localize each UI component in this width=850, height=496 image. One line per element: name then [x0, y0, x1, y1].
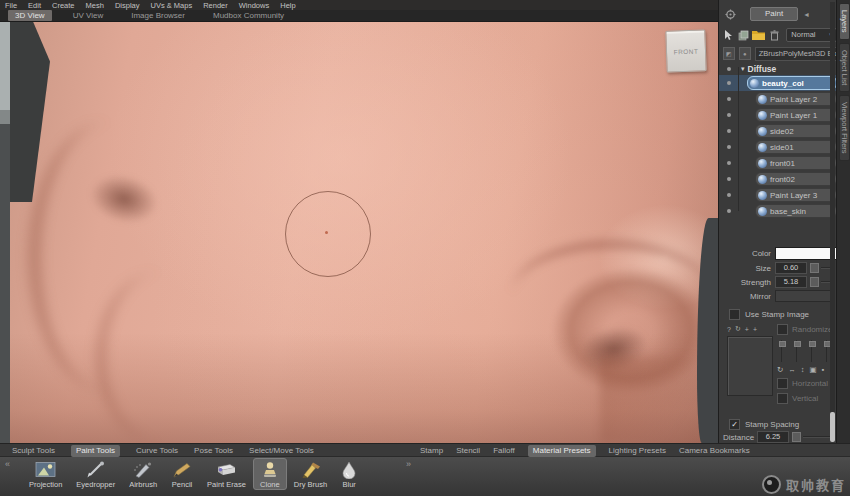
object-lock-icon[interactable]: ◩ [723, 47, 735, 60]
tool-projection[interactable]: Projection [22, 458, 69, 489]
tray-tab-camera-bookmarks[interactable]: Camera Bookmarks [679, 445, 750, 457]
channel-tab-paint[interactable]: Paint [750, 7, 798, 21]
horizontal-checkbox[interactable] [777, 378, 788, 389]
tool-eyedropper[interactable]: Eyedropper [69, 458, 122, 489]
layer-row-paint-layer-3[interactable]: Paint Layer 3 [719, 187, 837, 203]
menu-edit[interactable]: Edit [28, 1, 41, 10]
layer-visibility-dot[interactable] [727, 209, 731, 213]
menu-file[interactable]: File [5, 1, 17, 10]
layer-chip-side01[interactable]: side01 [755, 140, 837, 154]
stamp-slider[interactable] [779, 340, 784, 362]
layer-row-paint-layer-2[interactable]: Paint Layer 2 [719, 91, 837, 107]
tray-tab-select-move-tools[interactable]: Select/Move Tools [249, 445, 314, 457]
menu-mesh[interactable]: Mesh [86, 1, 104, 10]
tray-tab-pose-tools[interactable]: Pose Tools [194, 445, 233, 457]
tray-tab-falloff[interactable]: Falloff [493, 445, 515, 457]
tab-mudbox-community[interactable]: Mudbox Community [206, 10, 291, 21]
tray-tab-curve-tools[interactable]: Curve Tools [136, 445, 178, 457]
stamp-slider[interactable] [824, 340, 829, 362]
menu-create[interactable]: Create [52, 1, 75, 10]
pointer-icon[interactable] [722, 29, 734, 41]
side-tab-layers[interactable]: Layers [839, 3, 850, 40]
layer-visibility-dot[interactable] [727, 129, 731, 133]
distance-input[interactable]: 6.25 [757, 431, 789, 443]
layer-chip-beauty-col[interactable]: beauty_col [747, 76, 837, 90]
panel-scrollbar[interactable] [830, 2, 835, 442]
layer-visibility-dot[interactable] [727, 161, 731, 165]
tool-paint-erase[interactable]: Paint Erase [200, 458, 253, 489]
channel-prev-icon[interactable]: ◄ [803, 11, 810, 18]
duplicate-layer-icon[interactable] [737, 29, 749, 41]
stamp-slider[interactable] [809, 340, 814, 362]
distance-slider[interactable] [792, 432, 801, 442]
layer-group-label[interactable]: Diffuse [748, 64, 777, 74]
side-tab-object-list[interactable]: Object List [839, 43, 850, 92]
frame-icon[interactable]: ▣ [810, 365, 817, 374]
layer-chip-side02[interactable]: side02 [755, 124, 837, 138]
layer-row-side02[interactable]: side02 [719, 123, 837, 139]
tray-tab-stamp[interactable]: Stamp [420, 445, 443, 457]
flip-vertical-icon[interactable]: ↕ [801, 365, 805, 374]
vertical-checkbox[interactable] [777, 393, 788, 404]
strength-slider[interactable] [810, 277, 819, 287]
tab-uv-view[interactable]: UV View [66, 10, 111, 21]
size-input[interactable]: 0.60 [775, 262, 807, 274]
layer-chip-base-skin[interactable]: base_skin [755, 204, 837, 218]
tool-dry-brush[interactable]: Dry Brush [287, 458, 334, 489]
use-stamp-checkbox[interactable] [729, 309, 740, 320]
menu-help[interactable]: Help [280, 1, 295, 10]
tool-clone[interactable]: Clone [253, 458, 287, 490]
tab-3d-view[interactable]: 3D View [8, 10, 52, 21]
layer-row-beauty-col[interactable]: beauty_col [719, 75, 837, 91]
layer-row-base-skin[interactable]: base_skin [719, 203, 837, 219]
view-cube[interactable]: FRONT [665, 29, 706, 72]
layer-visibility-dot[interactable] [727, 145, 731, 149]
object-visibility-icon[interactable]: ● [739, 47, 751, 60]
tray-tab-paint-tools[interactable]: Paint Tools [71, 445, 120, 457]
tool-airbrush[interactable]: Airbrush [122, 458, 164, 489]
rotate-icon[interactable]: ↻ [777, 365, 783, 374]
menu-display[interactable]: Display [115, 1, 140, 10]
visibility-dot[interactable] [727, 67, 731, 71]
delete-layer-icon[interactable] [768, 29, 780, 41]
menu-uvs-maps[interactable]: UVs & Maps [150, 1, 192, 10]
stamp-rotate-icon[interactable]: ↻ [735, 325, 741, 333]
layer-row-side01[interactable]: side01 [719, 139, 837, 155]
stamp-crosshair-icon[interactable]: + [753, 326, 757, 333]
collapse-triangle-icon[interactable]: ▾ [741, 65, 745, 73]
gear-icon[interactable] [725, 9, 736, 20]
size-slider[interactable] [810, 263, 819, 273]
layer-chip-paint-layer-3[interactable]: Paint Layer 3 [755, 188, 837, 202]
brush-color-swatch[interactable] [775, 247, 837, 260]
tool-blur[interactable]: Blur [334, 458, 364, 489]
tab-image-browser[interactable]: Image Browser [124, 10, 192, 21]
scrollbar-thumb[interactable] [830, 412, 835, 442]
stamp-spacing-checkbox[interactable] [729, 419, 740, 430]
strength-input[interactable]: 5.18 [775, 276, 807, 288]
layer-visibility-dot[interactable] [727, 81, 731, 85]
randomize-checkbox[interactable] [777, 324, 788, 335]
layer-row-paint-layer-1[interactable]: Paint Layer 1 [719, 107, 837, 123]
layer-chip-front02[interactable]: front02 [755, 172, 837, 186]
tray-tab-stencil[interactable]: Stencil [456, 445, 480, 457]
menu-windows[interactable]: Windows [239, 1, 269, 10]
scroll-right-icon[interactable]: » [406, 459, 416, 469]
tray-tab-sculpt-tools[interactable]: Sculpt Tools [12, 445, 55, 457]
stamp-preview-box[interactable] [727, 336, 773, 396]
side-tab-viewport-filters[interactable]: Viewport Filters [839, 95, 850, 161]
stamp-add-icon[interactable]: + [745, 326, 749, 333]
stamp-slider[interactable] [794, 340, 799, 362]
layer-chip-paint-layer-2[interactable]: Paint Layer 2 [755, 92, 837, 106]
tray-tab-lighting-presets[interactable]: Lighting Presets [609, 445, 666, 457]
layer-visibility-dot[interactable] [727, 177, 731, 181]
tray-tab-material-presets[interactable]: Material Presets [528, 445, 596, 457]
tool-pencil[interactable]: Pencil [164, 458, 200, 489]
3d-viewport[interactable]: FRONT [0, 22, 718, 443]
distance-slider-track[interactable] [803, 436, 833, 438]
stamp-help-icon[interactable]: ? [727, 326, 731, 333]
flip-horizontal-icon[interactable]: ↔ [788, 365, 796, 374]
layer-chip-paint-layer-1[interactable]: Paint Layer 1 [755, 108, 837, 122]
scroll-left-icon[interactable]: « [5, 459, 15, 469]
menu-render[interactable]: Render [203, 1, 228, 10]
layer-visibility-dot[interactable] [727, 97, 731, 101]
